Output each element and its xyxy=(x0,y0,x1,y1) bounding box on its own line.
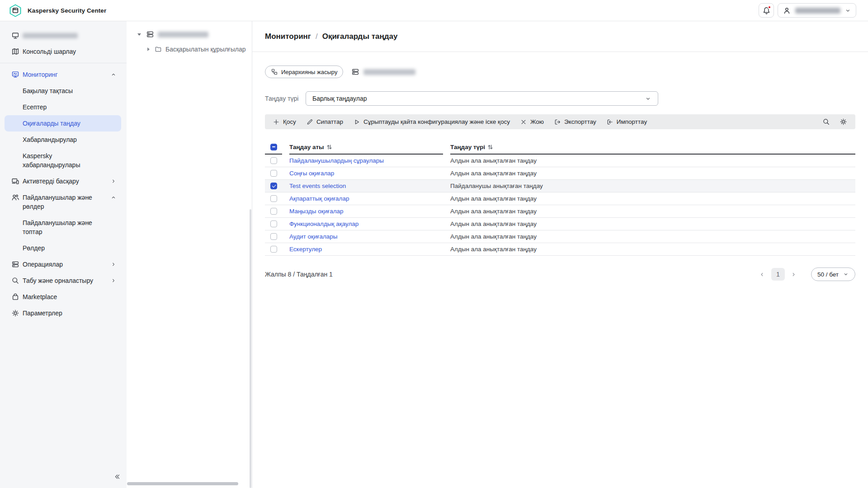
page-number[interactable]: 1 xyxy=(771,268,785,281)
sidebar-item-event-selections[interactable]: Оқиғаларды таңдау xyxy=(5,115,121,131)
play-icon xyxy=(353,118,360,126)
sidebar-item-marketplace[interactable]: Marketplace xyxy=(0,289,127,305)
servers-icon xyxy=(11,260,19,268)
import-button[interactable]: Импорттау xyxy=(601,114,652,129)
row-checkbox[interactable] xyxy=(270,233,277,240)
selection-type-row: Таңдау түрі Барлық таңдаулар xyxy=(265,91,855,106)
next-page-button[interactable] xyxy=(788,269,799,280)
selection-summary: Жалпы 8 / Таңдалған 1 xyxy=(265,271,333,278)
delete-button[interactable]: Жою xyxy=(515,114,549,129)
sidebar-item-kaspersky-announcements[interactable]: Kaspersky хабарландырулары xyxy=(0,148,127,173)
tree-expander-icon[interactable] xyxy=(147,47,150,51)
sidebar-item-monitoring[interactable]: Мониторинг xyxy=(0,66,127,83)
sidebar-item-console-navigation[interactable]: Консольді шарлау xyxy=(0,43,127,60)
sidebar-item-admin-server[interactable] xyxy=(0,28,127,43)
table-settings-button[interactable] xyxy=(837,116,849,128)
admin-server-icon xyxy=(11,32,19,40)
sidebar-item-label: Консольді шарлау xyxy=(23,47,76,56)
sidebar-item-roles[interactable]: Рөлдер xyxy=(0,240,127,256)
sidebar-item-label: Пайдаланушылар және рөлдер xyxy=(23,193,107,211)
row-checkbox[interactable] xyxy=(270,170,277,177)
table-footer: Жалпы 8 / Таңдалған 1 1 50 / бет xyxy=(265,267,855,281)
selection-name-link[interactable]: Пайдаланушылардың сұраулары xyxy=(289,157,384,164)
selection-type-value: Алдын ала анықталған таңдау xyxy=(450,157,537,164)
column-header-type[interactable]: Таңдау түрі xyxy=(450,140,855,155)
tree-node-managed-devices[interactable]: Басқарылатын құрылғылар xyxy=(127,43,252,55)
toolbar-button-label: Сұрыптауды қайта конфигурациялау және іс… xyxy=(363,118,510,125)
content: Иерархияны жасыру Таңдау түрі Барлық таң… xyxy=(252,66,868,281)
selection-name-link[interactable]: Test events selection xyxy=(289,183,346,189)
monitoring-icon xyxy=(11,70,19,79)
select-all-checkbox[interactable] xyxy=(270,144,277,150)
search-icon xyxy=(822,118,830,126)
chevron-up-icon xyxy=(110,194,117,201)
horizontal-scrollbar[interactable] xyxy=(127,482,238,485)
search-button[interactable] xyxy=(820,116,832,128)
current-server-chip xyxy=(351,68,415,76)
column-header-name[interactable]: Таңдау аты xyxy=(289,140,443,155)
row-checkbox[interactable] xyxy=(270,208,277,215)
unread-indicator xyxy=(768,5,771,9)
breadcrumb-monitoring[interactable]: Мониторинг xyxy=(265,32,311,41)
blurred-text xyxy=(23,33,78,38)
sidebar-item-label: Операциялар xyxy=(23,260,63,269)
vertical-scrollbar[interactable] xyxy=(250,209,251,488)
sidebar-item-label: Активтерді басқару xyxy=(23,177,79,186)
selection-name-link[interactable]: Аудит оқиғалары xyxy=(289,233,338,240)
sidebar-item-asset-management[interactable]: Активтерді басқару xyxy=(0,173,127,189)
sidebar-item-label: Табу және орналастыру xyxy=(23,276,93,285)
hierarchy-row: Иерархияны жасыру xyxy=(265,66,855,78)
properties-button[interactable]: Сипаттар xyxy=(301,114,348,129)
selection-type-value: Алдын ала анықталған таңдау xyxy=(450,221,537,227)
sidebar-item-notifications[interactable]: Хабарландырулар xyxy=(0,131,127,148)
hide-hierarchy-label: Иерархияны жасыру xyxy=(281,69,337,75)
chevron-right-icon xyxy=(110,277,117,284)
bag-icon xyxy=(11,293,19,301)
toolbar-button-label: Экспорттау xyxy=(564,118,596,125)
selection-type-value: Пайдаланушы анықтаған таңдау xyxy=(450,183,543,189)
chevron-down-icon xyxy=(645,95,651,102)
row-checkbox[interactable] xyxy=(270,221,277,227)
breadcrumb: Мониторинг / Оқиғаларды таңдау xyxy=(265,32,397,41)
hierarchy-icon xyxy=(271,68,278,75)
sidebar-item-settings[interactable]: Параметрлер xyxy=(0,305,127,321)
selection-type-select[interactable]: Барлық таңдаулар xyxy=(306,91,658,106)
sidebar-item-label: Параметрлер xyxy=(23,309,62,318)
row-checkbox[interactable] xyxy=(270,246,277,253)
selection-name-link[interactable]: Ақпараттық оқиғалар xyxy=(289,195,349,202)
previous-page-button[interactable] xyxy=(757,269,768,280)
reconfigure-and-run-button[interactable]: Сұрыптауды қайта конфигурациялау және іс… xyxy=(348,114,515,129)
servers-icon xyxy=(146,30,154,38)
notifications-button[interactable] xyxy=(759,3,774,18)
sidebar-item-users-and-groups[interactable]: Пайдаланушылар және топтар xyxy=(0,215,127,240)
user-menu-button[interactable] xyxy=(778,3,856,18)
folder-icon xyxy=(155,46,162,53)
sidebar-item-label: Оқиғаларды таңдау xyxy=(23,119,80,128)
top-bar: Kaspersky Security Center xyxy=(0,0,868,21)
selection-name-link[interactable]: Маңызды оқиғалар xyxy=(289,208,344,215)
export-button[interactable]: Экспорттау xyxy=(549,114,601,129)
sidebar-item-discovery-and-deployment[interactable]: Табу және орналастыру xyxy=(0,272,127,289)
selection-name-link[interactable]: Функционалдық ақаулар xyxy=(289,221,359,227)
table-row: Пайдаланушылардың сұрауларыАлдын ала аны… xyxy=(265,155,855,167)
row-checkbox[interactable] xyxy=(270,157,277,164)
selection-name-link[interactable]: Соңғы оқиғалар xyxy=(289,170,334,177)
sidebar-collapse-button[interactable] xyxy=(111,471,123,483)
sidebar-item-users-and-roles[interactable]: Пайдаланушылар және рөлдер xyxy=(0,189,127,215)
sidebar-item-dashboard[interactable]: Бақылау тақтасы xyxy=(0,83,127,99)
row-checkbox[interactable] xyxy=(270,195,277,202)
sidebar-item-reports[interactable]: Есептер xyxy=(0,99,127,115)
username-blurred xyxy=(795,8,840,14)
add-button[interactable]: Қосу xyxy=(268,114,301,129)
page-size-select[interactable]: 50 / бет xyxy=(811,267,855,281)
sort-icon xyxy=(326,144,332,150)
tree-expander-icon[interactable] xyxy=(137,33,141,36)
sidebar-item-operations[interactable]: Операциялар xyxy=(0,256,127,272)
tree-node-admin-server[interactable] xyxy=(127,28,252,40)
toolbar-button-label: Қосу xyxy=(283,118,296,125)
table-row: Аудит оқиғаларыАлдын ала анықталған таңд… xyxy=(265,230,855,243)
hide-hierarchy-button[interactable]: Иерархияны жасыру xyxy=(265,66,343,78)
row-checkbox[interactable] xyxy=(270,183,277,189)
table-row: Маңызды оқиғаларАлдын ала анықталған таң… xyxy=(265,205,855,218)
selection-name-link[interactable]: Ескертулер xyxy=(289,246,322,253)
